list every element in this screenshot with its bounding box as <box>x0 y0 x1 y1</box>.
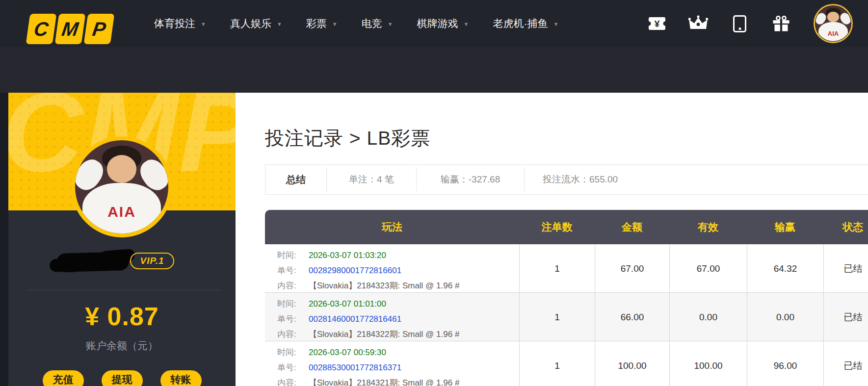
time-label: 时间: <box>277 250 309 261</box>
menu-item-board-games[interactable]: 棋牌游戏 ▼ <box>417 17 469 30</box>
order-number-link[interactable]: 00281460001772816461 <box>309 314 401 324</box>
crown-icon[interactable] <box>688 0 709 47</box>
bet-time: 2026-03-07 00:59:30 <box>309 348 386 358</box>
winloss-cell: 64.32 <box>747 244 823 293</box>
table-row: 时间:2026-03-07 01:01:00 单号:00281460001772… <box>265 293 868 341</box>
tablet-icon[interactable] <box>733 0 746 47</box>
status-cell: 已结 <box>823 244 868 293</box>
wallet-buttons: 充值 提现 转账 <box>8 370 236 386</box>
divider <box>28 290 220 290</box>
bet-content: 【Slovakia】2184322期: Small @ 1.96 # <box>309 329 459 340</box>
menu-item-esports[interactable]: 电竞 ▼ <box>362 17 393 30</box>
time-label: 时间: <box>277 347 309 358</box>
top-navbar: C M P 体育投注 ▼ 真人娱乐 ▼ 彩票 ▼ 电竞 ▼ 棋牌游戏 ▼ 老虎机… <box>0 0 868 47</box>
bet-time: 2026-03-07 01:03:20 <box>309 251 386 260</box>
valid-amount-cell: 67.00 <box>669 244 747 293</box>
user-row: VIP.1 <box>8 249 236 276</box>
bet-content: 【Slovakia】2184323期: Small @ 1.96 # <box>309 280 459 291</box>
summary-turnover: 投注流水：655.00 <box>543 173 618 186</box>
bet-detail-cell: 时间:2026-03-07 01:01:00 单号:00281460001772… <box>265 293 519 342</box>
svg-text:¥: ¥ <box>655 19 660 29</box>
content-label: 内容: <box>277 329 309 340</box>
menu-item-slots-fishing[interactable]: 老虎机·捕鱼 ▼ <box>493 17 558 30</box>
menu-item-live-casino[interactable]: 真人娱乐 ▼ <box>230 17 282 30</box>
order-label: 单号: <box>277 313 309 325</box>
gift-icon[interactable] <box>772 0 790 47</box>
order-label: 单号: <box>277 362 309 373</box>
order-label: 单号: <box>277 265 309 276</box>
col-amount: 金额 <box>595 220 669 234</box>
account-balance: ¥ 0.87 <box>8 302 236 331</box>
bet-content: 【Slovakia】2184321期: Small @ 1.96 # <box>309 377 459 386</box>
redacted-username <box>56 252 130 272</box>
chevron-down-icon: ▼ <box>332 20 338 27</box>
summary-title: 总结 <box>286 173 306 186</box>
bet-records-table: 玩法 注单数 金额 有效 输赢 状态 时间:2026-03-07 01:03:2… <box>265 210 868 386</box>
main-menu: 体育投注 ▼ 真人娱乐 ▼ 彩票 ▼ 电竞 ▼ 棋牌游戏 ▼ 老虎机·捕鱼 ▼ <box>154 0 558 47</box>
logo-letter-box: M <box>55 14 86 44</box>
coupon-icon[interactable]: ¥ <box>648 0 666 47</box>
order-number-link[interactable]: 00288530001772816371 <box>309 363 401 373</box>
amount-cell: 66.00 <box>595 293 669 342</box>
col-winloss: 输赢 <box>747 220 823 234</box>
menu-item-lottery[interactable]: 彩票 ▼ <box>306 17 338 30</box>
logo-letter-box: C <box>26 14 57 44</box>
winloss-cell: 0.00 <box>747 293 823 342</box>
bet-detail-cell: 时间:2026-03-07 01:03:20 单号:00282980001772… <box>265 244 519 293</box>
content-label: 内容: <box>277 280 309 291</box>
winloss-cell: 96.00 <box>747 341 823 386</box>
profile-avatar[interactable]: AIA <box>71 136 172 237</box>
amount-cell: 100.00 <box>595 341 669 386</box>
withdraw-button[interactable]: 提现 <box>102 370 143 386</box>
chevron-down-icon: ▼ <box>201 20 206 27</box>
status-cell: 已结 <box>823 341 868 386</box>
transfer-button[interactable]: 转账 <box>160 370 202 386</box>
col-valid: 有效 <box>669 220 747 234</box>
bet-time: 2026-03-07 01:01:00 <box>309 299 386 309</box>
chevron-down-icon: ▼ <box>277 20 282 27</box>
valid-amount-cell: 100.00 <box>669 341 747 386</box>
table-body: 时间:2026-03-07 01:03:20 单号:00282980001772… <box>265 244 868 386</box>
menu-item-sports[interactable]: 体育投注 ▼ <box>154 17 206 30</box>
table-row: 时间:2026-03-07 01:03:20 单号:00282980001772… <box>265 244 868 293</box>
bet-detail-cell: 时间:2026-03-07 00:59:30 单号:00288530001772… <box>265 341 519 386</box>
breadcrumb: 投注记录 > LB彩票 <box>265 125 430 152</box>
hero-band <box>0 47 868 93</box>
summary-bet-count: 单注：4 笔 <box>349 173 394 186</box>
table-header: 玩法 注单数 金额 有效 输赢 状态 <box>265 210 868 244</box>
user-avatar[interactable]: AIA <box>814 4 853 43</box>
chevron-down-icon: ▼ <box>388 20 393 27</box>
summary-winloss: 输赢：-327.68 <box>441 173 500 186</box>
chevron-down-icon: ▼ <box>553 20 558 27</box>
col-playtype: 玩法 <box>265 220 519 234</box>
time-label: 时间: <box>277 298 309 309</box>
logo-letter-box: P <box>84 14 115 44</box>
chevron-down-icon: ▼ <box>464 20 469 27</box>
bet-count-cell: 1 <box>519 244 595 293</box>
amount-cell: 67.00 <box>595 244 669 293</box>
bet-count-cell: 1 <box>519 293 595 342</box>
col-status: 状态 <box>823 220 868 234</box>
order-number-link[interactable]: 00282980001772816601 <box>309 266 401 276</box>
account-balance-label: 账户余额（元） <box>8 339 236 353</box>
col-bet-count: 注单数 <box>519 220 595 234</box>
main-panel: 投注记录 > LB彩票 总结 单注：4 笔 输赢：-327.68 投注流水：65… <box>236 93 868 386</box>
profile-sidebar: CMP AIA VIP.1 ¥ 0.87 账户余额（元） 充值 提现 转账 <box>8 93 236 386</box>
cmp-logo[interactable]: C M P <box>28 14 112 44</box>
content-label: 内容: <box>277 377 309 386</box>
valid-amount-cell: 0.00 <box>669 293 747 342</box>
bet-count-cell: 1 <box>519 341 595 386</box>
deposit-button[interactable]: 充值 <box>43 370 84 386</box>
summary-bar: 总结 单注：4 笔 输赢：-327.68 投注流水：655.00 <box>265 164 868 195</box>
status-cell: 已结 <box>823 293 868 342</box>
table-row: 时间:2026-03-07 00:59:30 单号:00288530001772… <box>265 341 868 386</box>
vip-badge: VIP.1 <box>130 253 174 269</box>
